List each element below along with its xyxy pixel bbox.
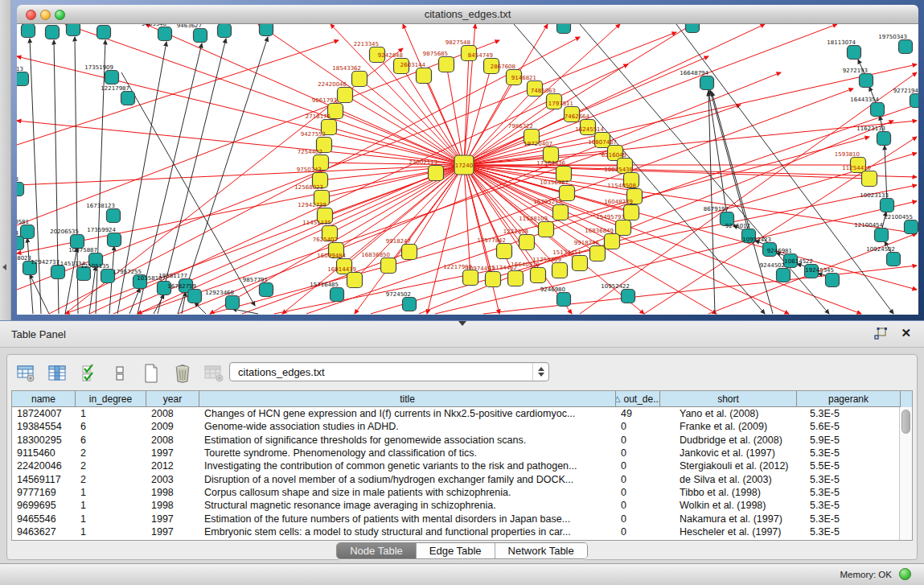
table-row[interactable]: 1872400712008Changes of HCN gene express… — [12, 407, 901, 420]
graph-node[interactable]: 10924502 — [866, 246, 900, 266]
column-header-pagerank[interactable]: pagerank — [797, 391, 901, 407]
graph-node[interactable]: 16836850 — [361, 252, 396, 274]
table-row[interactable]: 1938455462009Genome-wide association stu… — [12, 420, 901, 433]
graph-node-label: 9244502 — [760, 262, 785, 269]
table-cell: Changes of HCN gene expression and I(f) … — [199, 407, 616, 420]
table-cell: Investigating the contribution of common… — [199, 459, 616, 472]
graph-node[interactable]: 18300295 — [665, 24, 699, 33]
new-table-icon[interactable] — [141, 363, 162, 384]
zoom-window-button[interactable] — [55, 10, 65, 20]
network-window-titlebar[interactable]: citations_edges.txt — [17, 5, 918, 24]
graph-node-label: 11548508 — [607, 183, 636, 189]
column-edit-icon[interactable] — [47, 363, 68, 384]
table-select-combobox[interactable]: citations_edges.txt — [229, 362, 549, 381]
column-header-title[interactable]: title — [199, 391, 616, 407]
table-cell: Estimation of the future numbers of pati… — [199, 512, 616, 525]
splitter-handle[interactable] — [458, 321, 466, 326]
column-header-out_de[interactable]: △out_de... — [616, 391, 660, 407]
graph-node[interactable]: 8850581 — [17, 219, 35, 239]
delete-table-icon[interactable] — [172, 363, 193, 384]
column-header-in_degree[interactable]: in_degree — [76, 391, 146, 407]
graph-node[interactable]: 9699695 — [80, 24, 111, 39]
column-header-short[interactable]: short — [660, 391, 797, 407]
table-scrollbar-thumb[interactable] — [901, 410, 910, 434]
graph-node[interactable]: 18113074 — [827, 39, 860, 60]
graph-node[interactable]: 20631016 — [17, 24, 35, 38]
table-row[interactable]: 969969511998Structural magnetic resonanc… — [12, 499, 901, 512]
graph-node-label: 16795213 — [533, 199, 562, 205]
graph-node[interactable]: 10023133 — [860, 192, 893, 212]
tab-node-table[interactable]: Node Table — [337, 543, 417, 558]
table-row[interactable]: 946362711997Embryonic stem cells: a mode… — [12, 525, 901, 538]
table-panel-body: f(x) citations_edges.txt namein_degreeye… — [0, 348, 924, 563]
graph-node[interactable]: 17577842 — [477, 237, 511, 259]
graph-node-label: 8679197 — [704, 206, 729, 212]
table-cell: 0 — [616, 512, 660, 525]
table-cell: Yano et al. (2008) — [660, 407, 797, 420]
graph-node[interactable]: 19384554 — [239, 24, 273, 36]
graph-node-label: 2213345 — [354, 41, 379, 47]
table-cell: Franke et al. (2009) — [660, 420, 797, 433]
table-cell: Nakamura et al. (1997) — [660, 512, 797, 525]
table-scrollbar[interactable] — [899, 407, 912, 540]
tab-edge-table[interactable]: Edge Table — [417, 543, 495, 558]
control-panel-collapse-arrow[interactable] — [2, 264, 6, 270]
graph-node-label: 9246981 — [767, 248, 792, 254]
table-cell: 5.6E-5 — [797, 420, 901, 433]
graph-node[interactable]: 9272194 — [893, 88, 918, 108]
memory-status-indicator[interactable] — [899, 568, 911, 580]
column-header-label: in_degree — [89, 393, 132, 405]
column-header-label: year — [163, 393, 182, 405]
select-columns-icon[interactable] — [78, 363, 99, 384]
graph-edge — [514, 24, 765, 314]
network-canvas[interactable]: 2063101691154609777169969969594655469463… — [17, 24, 918, 315]
table-cell: 2008 — [146, 434, 199, 447]
graph-node[interactable]: 19750343 — [878, 34, 912, 54]
table-cell: Disruption of a novel member of a sodium… — [199, 472, 616, 485]
graph-node[interactable]: 20631013 — [17, 66, 29, 86]
graph-node[interactable]: 11623133 — [856, 126, 890, 146]
graph-node[interactable]: 9918247 — [386, 238, 417, 260]
graph-node[interactable]: 17240 — [454, 155, 474, 175]
graph-node-label: 11568023 — [17, 255, 31, 262]
table-cell: 0 — [616, 499, 660, 512]
graph-node[interactable]: 12217987 — [101, 85, 134, 105]
table-row[interactable]: 1830029562008Estimation of significance … — [12, 434, 901, 447]
close-panel-icon[interactable]: ✕ — [901, 326, 911, 340]
graph-node[interactable]: 15716485 — [310, 282, 343, 302]
graph-node-label: 11451135 — [302, 220, 331, 226]
graph-edge — [178, 37, 268, 314]
table-cell: Wolkin et al. (1998) — [660, 499, 797, 512]
minimize-window-button[interactable] — [40, 10, 51, 20]
graph-node-label: 7485063 — [531, 88, 556, 94]
float-panel-icon[interactable] — [874, 328, 889, 340]
table-row[interactable]: 977716911998Corpus callosum shape and si… — [12, 486, 901, 499]
row-options-icon[interactable] — [109, 363, 130, 384]
table-cell: 1 — [76, 499, 146, 512]
graph-node[interactable]: 20206535 — [50, 229, 84, 249]
table-row[interactable]: 1456911722003Disruption of a novel membe… — [12, 472, 901, 485]
graph-node-label: 7986322 — [508, 123, 533, 130]
close-window-button[interactable] — [26, 10, 36, 20]
tab-network-table[interactable]: Network Table — [495, 543, 587, 558]
remove-column-icon[interactable] — [203, 363, 224, 384]
graph-node-label: 8850581 — [17, 219, 29, 225]
graph-node-label: 11623133 — [856, 126, 885, 132]
table-row[interactable]: 2242004622012Investigating the contribut… — [12, 459, 901, 472]
column-header-year[interactable]: year — [146, 391, 199, 407]
graph-node[interactable]: 17359924 — [87, 227, 121, 247]
graph-node[interactable]: 9465546 — [142, 24, 172, 41]
table-cell: 5.3E-5 — [797, 486, 901, 499]
table-settings-icon[interactable] — [15, 363, 36, 384]
table-row[interactable]: 911546021997Tourette syndrome. Phenomeno… — [12, 447, 901, 459]
graph-node-label: 9245012 — [725, 223, 750, 229]
graph-node[interactable]: 9246980 — [540, 286, 571, 307]
network-window-frame[interactable]: citations_edges.txt 20631016911546097771… — [11, 0, 924, 320]
table-cell: 5.3E-5 — [797, 472, 901, 485]
table-cell: 6 — [76, 420, 146, 433]
graph-node-label: 18543362 — [332, 65, 361, 72]
table-row[interactable]: 946554611997Estimation of the future num… — [12, 512, 901, 525]
column-header-name[interactable]: name — [12, 391, 76, 407]
graph-node[interactable]: 16738123 — [86, 203, 120, 223]
graph-node[interactable]: 9193183 — [17, 176, 24, 196]
